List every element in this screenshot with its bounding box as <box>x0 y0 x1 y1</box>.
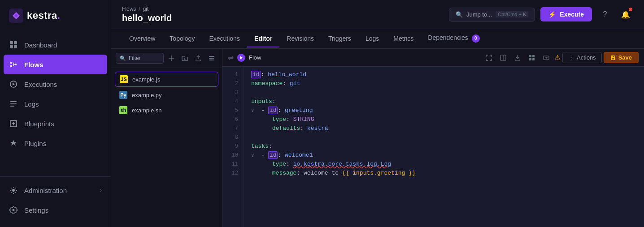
execute-button[interactable]: ⚡ Execute <box>540 7 592 21</box>
dashboard-icon <box>9 40 18 49</box>
expand-button[interactable] <box>483 51 495 64</box>
blueprints-icon <box>9 119 18 128</box>
breadcrumb: Flows / git hello_world <box>122 6 172 23</box>
preview-button[interactable] <box>540 51 553 64</box>
file-item-example-py[interactable]: Py example.py <box>115 88 218 102</box>
filter-input[interactable]: 🔍 Filter <box>116 53 164 64</box>
svg-rect-10 <box>10 101 17 102</box>
sidebar-item-executions-label: Executions <box>24 81 57 88</box>
more-options-button[interactable] <box>206 52 218 64</box>
tab-revisions[interactable]: Revisions <box>279 30 321 47</box>
file-item-example-sh[interactable]: sh example.sh <box>115 103 218 117</box>
tab-dependencies-label: Dependencies <box>428 34 468 41</box>
save-label: Save <box>618 54 632 61</box>
kestra-logo-icon <box>9 9 23 23</box>
sidebar: kestra. Dashboard <box>0 0 111 227</box>
code-body[interactable]: 1 2 3 4 5 6 7 8 9 10 11 12 id: hello_wor… <box>222 67 644 227</box>
tab-metrics[interactable]: Metrics <box>386 30 421 47</box>
svg-point-14 <box>12 189 15 192</box>
save-button[interactable]: Save <box>604 52 639 63</box>
logo-text: kestra. <box>27 10 60 21</box>
sidebar-item-blueprints[interactable]: Blueprints <box>0 114 111 133</box>
code-content[interactable]: id: hello_world namespace: git inputs: ∨… <box>244 67 644 227</box>
svg-rect-4 <box>14 45 17 48</box>
code-editor-header: ⇌ Flow <box>222 49 644 67</box>
file-name-example-py: example.py <box>132 92 161 99</box>
svg-rect-11 <box>10 103 17 104</box>
sidebar-item-settings[interactable]: Settings <box>0 200 111 220</box>
js-file-icon: JS <box>120 75 128 83</box>
actions-label: Actions <box>577 54 596 61</box>
jump-to-button[interactable]: 🔍 Jump to... Ctrl/Cmd + K <box>449 8 535 21</box>
tab-dependencies-badge: 0 <box>472 34 480 43</box>
line-numbers: 1 2 3 4 5 6 7 8 9 10 11 12 <box>222 67 244 227</box>
notification-icon: 🔔 <box>621 10 630 19</box>
svg-rect-16 <box>209 56 214 57</box>
execute-icon: ⚡ <box>548 11 556 18</box>
split-icon: ⇌ <box>228 53 234 62</box>
code-editor-actions: ⚠ ⋮ Actions Save <box>483 51 639 64</box>
upload-button[interactable] <box>192 52 204 64</box>
main-content: Flows / git hello_world 🔍 Jump to... Ctr… <box>111 0 644 227</box>
logo-dot: . <box>57 10 61 21</box>
svg-rect-25 <box>532 58 535 60</box>
file-panel-toolbar: 🔍 Filter <box>111 49 222 68</box>
actions-menu-dots: ⋮ <box>568 54 574 61</box>
tab-overview[interactable]: Overview <box>122 30 162 47</box>
plugins-icon <box>9 139 18 148</box>
new-folder-button[interactable] <box>179 52 191 64</box>
grid-button[interactable] <box>526 51 538 64</box>
breadcrumb-git[interactable]: git <box>143 6 149 12</box>
jump-to-label: Jump to... <box>466 11 492 18</box>
execute-label: Execute <box>560 11 584 18</box>
page-title: hello_world <box>122 13 172 23</box>
notification-button[interactable]: 🔔 <box>618 7 633 22</box>
tabs-bar: Overview Topology Executions Editor Revi… <box>111 29 644 49</box>
sidebar-item-plugins[interactable]: Plugins <box>0 133 111 153</box>
sidebar-item-flows[interactable]: Flows <box>4 55 107 74</box>
help-button[interactable]: ? <box>597 7 613 22</box>
file-item-example-js[interactable]: JS example.js <box>115 72 218 87</box>
tab-executions[interactable]: Executions <box>202 30 247 47</box>
download-button[interactable] <box>511 51 524 64</box>
svg-rect-12 <box>10 106 14 107</box>
flows-icon <box>9 60 18 69</box>
sidebar-nav: Dashboard Flows E <box>0 31 111 176</box>
sidebar-item-administration[interactable]: Administration › <box>0 180 111 200</box>
svg-marker-19 <box>240 56 243 60</box>
jump-to-shortcut: Ctrl/Cmd + K <box>496 11 528 17</box>
notification-badge <box>629 8 632 11</box>
tab-dependencies[interactable]: Dependencies 0 <box>421 30 487 48</box>
tab-triggers[interactable]: Triggers <box>321 30 358 47</box>
settings-icon <box>9 206 18 214</box>
help-icon: ? <box>603 10 607 18</box>
py-file-icon: Py <box>119 91 127 99</box>
tab-logs[interactable]: Logs <box>358 30 386 47</box>
new-file-button[interactable] <box>165 52 177 64</box>
actions-button[interactable]: ⋮ Actions <box>562 52 602 63</box>
breadcrumb-separator: / <box>139 6 140 12</box>
svg-rect-18 <box>209 60 214 60</box>
tab-topology[interactable]: Topology <box>162 30 202 47</box>
sidebar-item-executions[interactable]: Executions <box>0 74 111 94</box>
sidebar-item-logs[interactable]: Logs <box>0 94 111 114</box>
svg-rect-22 <box>529 55 531 57</box>
split-view-button[interactable] <box>497 51 509 64</box>
code-editor-title: ⇌ Flow <box>228 53 261 62</box>
executions-icon <box>9 80 18 89</box>
file-name-example-sh: example.sh <box>132 107 161 114</box>
logo: kestra. <box>0 0 111 31</box>
file-name-example-js: example.js <box>132 76 160 83</box>
file-list: JS example.js Py example.py sh example.s… <box>111 68 222 121</box>
header: Flows / git hello_world 🔍 Jump to... Ctr… <box>111 0 644 29</box>
sidebar-item-settings-label: Settings <box>24 206 48 214</box>
svg-rect-17 <box>209 58 214 59</box>
breadcrumb-flows[interactable]: Flows <box>122 6 136 12</box>
administration-chevron-icon: › <box>100 187 102 193</box>
file-panel: 🔍 Filter JS <box>111 49 222 227</box>
sidebar-item-dashboard[interactable]: Dashboard <box>0 35 111 55</box>
tab-editor[interactable]: Editor <box>247 30 279 47</box>
svg-rect-23 <box>532 55 535 57</box>
search-icon: 🔍 <box>456 11 463 18</box>
svg-point-15 <box>13 209 15 211</box>
